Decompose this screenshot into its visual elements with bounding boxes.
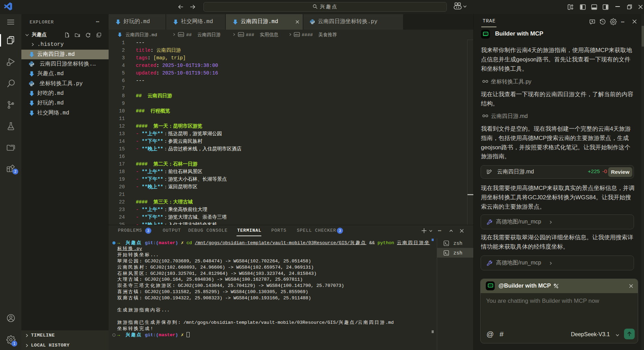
svg-text:abc: abc — [179, 33, 183, 36]
svg-text:abc: abc — [295, 33, 299, 36]
svg-text:abc: abc — [239, 33, 243, 36]
